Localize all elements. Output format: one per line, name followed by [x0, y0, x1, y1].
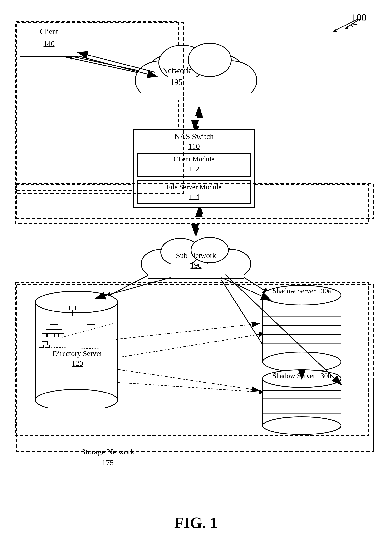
client-label: Client: [20, 27, 78, 36]
svg-line-95: [114, 369, 259, 390]
client-module-label: Client Module: [137, 155, 251, 163]
svg-line-94: [116, 324, 259, 339]
svg-line-15: [118, 383, 265, 392]
svg-marker-3: [333, 29, 337, 32]
directory-tree: [38, 304, 115, 359]
svg-rect-43: [87, 320, 95, 325]
svg-rect-59: [39, 345, 44, 348]
svg-point-75: [263, 417, 341, 434]
directory-server-ref: 120: [34, 359, 121, 368]
shadow-server-a-label: Shadow Server 130a: [261, 287, 343, 295]
svg-rect-51: [51, 333, 56, 337]
client-module-ref: 112: [137, 165, 251, 173]
svg-point-36: [35, 389, 118, 408]
shadow-server-b-label: Shadow Server 130b: [261, 372, 343, 380]
file-server-module-ref: 114: [137, 193, 251, 201]
svg-rect-55: [59, 333, 64, 337]
svg-line-14: [122, 333, 265, 357]
svg-rect-37: [70, 306, 76, 310]
network-ref: 195: [137, 78, 216, 87]
storage-network-label: Storage Network: [59, 447, 157, 457]
svg-rect-41: [50, 320, 58, 325]
shadow-server-a-cylinder: [259, 284, 345, 372]
file-server-module-label: File Server Module: [137, 183, 251, 191]
storage-network-ref: 175: [59, 458, 157, 467]
svg-line-63: [48, 347, 113, 349]
network-label: Network: [137, 66, 216, 75]
nas-switch-label: NAS Switch: [133, 132, 255, 141]
sub-network-label: Sub-Network: [147, 251, 245, 260]
sub-network-ref: 196: [147, 261, 245, 270]
svg-line-62: [62, 324, 113, 337]
svg-point-66: [263, 352, 341, 371]
svg-rect-53: [55, 333, 60, 337]
diagram: 100 ↗ Client 140 Network 195 NAS Switch …: [0, 0, 392, 541]
nas-switch-ref: 110: [133, 142, 255, 151]
figure-label: FIG. 1: [157, 514, 235, 532]
client-ref: 140: [20, 39, 78, 48]
